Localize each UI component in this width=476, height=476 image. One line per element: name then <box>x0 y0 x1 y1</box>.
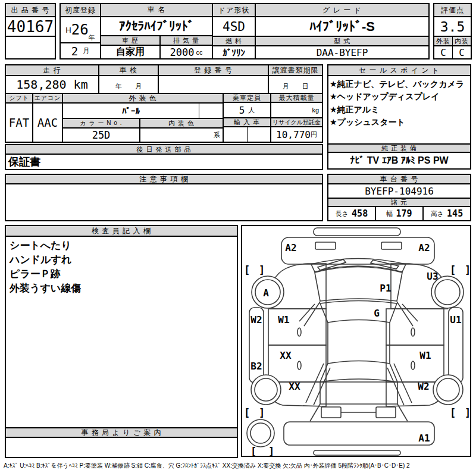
transfer-deadline-value: 月 日 <box>268 76 322 93</box>
later-parts-value: 保証書 <box>6 155 322 169</box>
interior-label: 内装 <box>452 37 471 45</box>
inspector-note-item: 外装うすい線傷 <box>10 281 233 296</box>
damage-mark-right-front-fender: U3 <box>427 271 438 282</box>
color-no-label: カ ラ ー N o . <box>63 119 139 127</box>
car-name-label: 車 名 <box>101 4 212 17</box>
sales-point-item: ★プッシュスタート <box>330 116 469 129</box>
later-parts-box: 後 日 発 送 部 品 保証書 <box>5 144 323 170</box>
svg-text:]: ] <box>259 264 265 276</box>
inspector-note-item: ハンドルすれ <box>10 253 233 267</box>
damage-mark-rear-bumper: A1 <box>418 433 430 444</box>
sales-point-item: ★純正アルミ <box>330 104 469 116</box>
damage-mark-front-bumper-right: A2 <box>418 242 430 253</box>
first-reg-year: H26年 <box>61 17 100 43</box>
ext-color-sub-blank <box>199 104 223 118</box>
sales-points-box: セ ー ル ス ポ イ ン ト ★純正ナビ、テレビ、バックカメラ ★ヘッドアップ… <box>327 64 471 170</box>
inspector-box: 検 査 員 記 入 欄 シートへたり ハンドルすれ ピラーＰ跡 外装うすい線傷 … <box>5 225 238 458</box>
history-label: 車 歴 <box>101 36 159 46</box>
office-info-label: 事 務 局 よ り ご 案 内 <box>6 427 237 438</box>
damage-mark-windshield: G <box>374 308 380 319</box>
history-value: 自家用 <box>101 46 159 58</box>
ext-color-label: 外 装 色 <box>63 94 223 104</box>
first-reg-era: H <box>65 26 71 35</box>
svg-text:]: ] <box>259 407 265 419</box>
dimension-height: 高さ145 <box>422 207 470 220</box>
model-code-value: DAA-BYEFP <box>256 46 428 58</box>
mileage-label: 走 行 <box>6 65 98 75</box>
damage-mark-right-rear-door: W1 <box>419 350 431 361</box>
grade-label: グ レ ー ド <box>256 4 428 17</box>
inspector-note-item: ピラーＰ跡 <box>10 267 233 281</box>
inspector-label: 検 査 員 記 入 欄 <box>6 226 237 237</box>
exterior-grade: C <box>434 46 452 58</box>
svg-text:]: ] <box>268 446 274 456</box>
lot-number-label: 出 品 番 号 <box>6 4 55 17</box>
damage-mark-left-rear-fender: XX <box>289 381 300 392</box>
svg-text:[: [ <box>450 264 456 276</box>
damage-legend: A:ｷｽﾞ U:ﾍｺﾐ B:ｷｽﾞを伴うﾍｺﾐ P:要塗装 W:補修跡 S:錆 … <box>4 462 474 470</box>
sales-point-item: ★ヘッドアップディスプレイ <box>330 90 469 103</box>
max-load-unit: kg <box>271 103 322 118</box>
door-label: ドア形状 <box>213 4 255 17</box>
dimension-length: 長さ458 <box>328 207 375 220</box>
capacity-label: 乗車定員 <box>224 94 270 103</box>
import-label: 輸 入 車 <box>224 118 270 127</box>
shift-value: FAT <box>6 104 32 142</box>
score-box: 評価点 3.5 外装 内装 C C <box>433 3 472 60</box>
chassis-box: 車 台 番 号 BYEFP-104916 諸 元 長さ458 幅179 高さ14… <box>327 174 471 221</box>
dimension-width: 幅179 <box>375 207 422 220</box>
model-code-label: 型 式 <box>256 37 428 46</box>
damage-mark-left-sill-front: W2 <box>250 314 262 325</box>
damage-mark-right-sill: U1 <box>450 314 461 325</box>
lot-number-value: 40167 <box>6 17 55 37</box>
int-color-suffix: 系 <box>139 129 223 142</box>
sales-point-item: ★純正ナビ、テレビ、バックカメラ <box>330 78 469 90</box>
car-name-value: ｱｸｾﾗﾊｲﾌﾞﾘｯﾄﾞ <box>101 17 212 36</box>
score-label: 評価点 <box>434 4 471 17</box>
car-diagram: [] [] [] [] [] A2 A2 A U3 P1 G W2 W1 U1 … <box>242 226 470 456</box>
color-no-value: 25D <box>63 129 139 142</box>
inspection-label: 車 検 <box>98 65 158 75</box>
car-diagram-box: [] [] [] [] [] A2 A2 A U3 P1 G W2 W1 U1 … <box>241 225 471 457</box>
aircon-value: AAC <box>33 104 62 142</box>
interior-grade: C <box>452 46 471 58</box>
svg-text:]: ] <box>465 407 470 419</box>
lot-number-blank <box>6 37 55 58</box>
recycle-value: 10,770円 <box>271 127 322 142</box>
import-blank-1 <box>224 127 247 142</box>
mileage-value: 158,280 km <box>6 76 98 93</box>
first-reg-label: 初度登録 <box>61 4 100 17</box>
shift-label: シフト <box>6 94 32 104</box>
lot-number-box: 出 品 番 号 40167 <box>5 3 56 60</box>
inspection-value: 年 月 <box>98 76 158 93</box>
damage-mark-front-bumper-left: A2 <box>285 242 296 253</box>
notes-label: 注 意 事 項 欄 <box>6 175 322 184</box>
grade-value: ﾊｲﾌﾞﾘｯﾄﾞ-S <box>256 17 428 37</box>
damage-mark-right-rear-fender: W2 <box>418 381 429 392</box>
transfer-deadline-label: 譲渡書類期限 <box>268 65 322 75</box>
max-load-label: 最大積載量 <box>271 94 322 103</box>
displacement-value: 2000cc <box>161 46 212 58</box>
damage-mark-left-front-door: W1 <box>278 314 289 325</box>
displacement-label: 排 気 量 <box>161 36 212 46</box>
oem-equipment-value: ﾅﾋﾞ TV ｴｱB ｱﾙﾐ PS PW <box>328 153 470 168</box>
reg-number-label: 登 録 番 号 <box>158 65 268 75</box>
damage-mark-left-front-wheel: A <box>263 287 269 299</box>
notes-value <box>6 184 322 220</box>
chassis-label: 車 台 番 号 <box>328 175 470 184</box>
oem-equipment-label: 純 正 装 備 <box>328 143 470 153</box>
fuel-value: ｶﾞｿﾘﾝ <box>213 46 255 58</box>
later-parts-label: 後 日 発 送 部 品 <box>6 145 322 155</box>
int-color-label: 内 装 色 <box>139 119 223 127</box>
door-value: 4SD <box>213 17 255 37</box>
import-blank-2 <box>247 127 270 142</box>
aircon-label: エアコン <box>33 94 62 104</box>
damage-mark-left-rear-door: XX <box>280 350 292 361</box>
top-table: 初度登録 H26年 2月 車 名 ｱｸｾﾗﾊｲﾌﾞﾘｯﾄﾞ 車 歴 自家用 排 … <box>60 3 430 60</box>
recycle-label: リサイクル預託金 <box>271 118 322 127</box>
fuel-label: 燃 料 <box>213 37 255 46</box>
reg-number-value <box>158 76 268 93</box>
svg-text:[: [ <box>244 264 250 276</box>
first-reg-month: 2月 <box>61 43 100 58</box>
auction-sheet: 出 品 番 号 40167 初度登録 H26年 2月 車 名 ｱｸｾﾗﾊｲﾌﾞﾘ… <box>0 0 476 476</box>
